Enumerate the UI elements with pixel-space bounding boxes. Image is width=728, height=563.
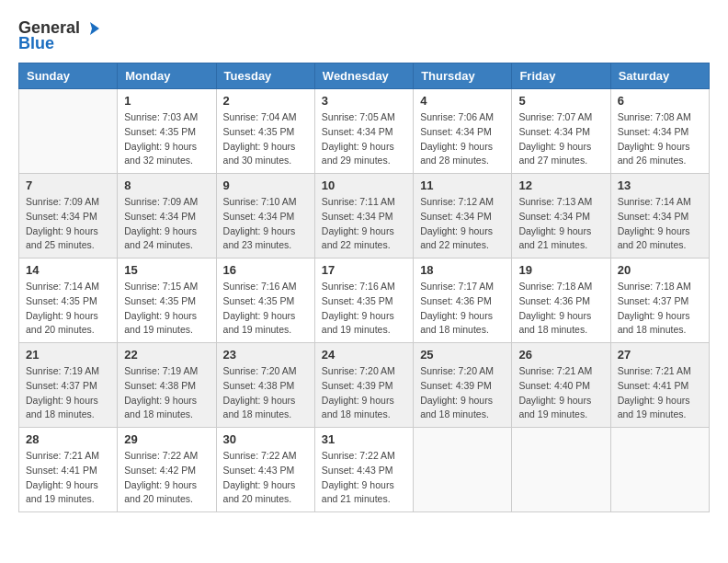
calendar-day-cell: 23Sunrise: 7:20 AM Sunset: 4:38 PM Dayli… xyxy=(216,343,314,428)
day-number: 13 xyxy=(618,178,702,192)
day-info: Sunrise: 7:16 AM Sunset: 4:35 PM Dayligh… xyxy=(322,280,406,338)
day-number: 27 xyxy=(618,348,702,362)
day-number: 28 xyxy=(26,432,110,446)
calendar-day-cell: 31Sunrise: 7:22 AM Sunset: 4:43 PM Dayli… xyxy=(314,428,413,512)
calendar-day-cell: 15Sunrise: 7:15 AM Sunset: 4:35 PM Dayli… xyxy=(118,259,216,343)
day-info: Sunrise: 7:08 AM Sunset: 4:34 PM Dayligh… xyxy=(618,110,702,168)
calendar-week-row: 1Sunrise: 7:03 AM Sunset: 4:35 PM Daylig… xyxy=(19,89,710,174)
day-number: 10 xyxy=(322,178,406,192)
calendar-day-cell: 6Sunrise: 7:08 AM Sunset: 4:34 PM Daylig… xyxy=(610,89,709,174)
calendar-day-cell: 20Sunrise: 7:18 AM Sunset: 4:37 PM Dayli… xyxy=(610,259,709,343)
calendar-header-thursday: Thursday xyxy=(414,63,512,89)
day-number: 29 xyxy=(124,432,209,446)
day-number: 31 xyxy=(322,432,406,446)
calendar-day-cell: 16Sunrise: 7:16 AM Sunset: 4:35 PM Dayli… xyxy=(216,259,314,343)
calendar-day-cell: 12Sunrise: 7:13 AM Sunset: 4:34 PM Dayli… xyxy=(512,174,610,259)
day-info: Sunrise: 7:21 AM Sunset: 4:41 PM Dayligh… xyxy=(26,449,110,507)
calendar-week-row: 28Sunrise: 7:21 AM Sunset: 4:41 PM Dayli… xyxy=(19,428,710,512)
calendar-day-cell xyxy=(414,428,512,512)
day-number: 7 xyxy=(26,178,110,192)
calendar-day-cell xyxy=(610,428,709,512)
calendar-day-cell: 29Sunrise: 7:22 AM Sunset: 4:42 PM Dayli… xyxy=(118,428,216,512)
calendar-day-cell: 3Sunrise: 7:05 AM Sunset: 4:34 PM Daylig… xyxy=(314,89,413,174)
day-info: Sunrise: 7:22 AM Sunset: 4:43 PM Dayligh… xyxy=(223,449,308,507)
day-info: Sunrise: 7:10 AM Sunset: 4:34 PM Dayligh… xyxy=(223,195,308,253)
calendar-day-cell: 24Sunrise: 7:20 AM Sunset: 4:39 PM Dayli… xyxy=(314,343,413,428)
logo: General Blue xyxy=(18,18,101,53)
calendar-day-cell: 18Sunrise: 7:17 AM Sunset: 4:36 PM Dayli… xyxy=(414,259,512,343)
logo-blue-text: Blue xyxy=(18,34,54,53)
calendar-day-cell: 22Sunrise: 7:19 AM Sunset: 4:38 PM Dayli… xyxy=(118,343,216,428)
day-info: Sunrise: 7:05 AM Sunset: 4:34 PM Dayligh… xyxy=(322,110,406,168)
calendar-table: SundayMondayTuesdayWednesdayThursdayFrid… xyxy=(18,63,710,512)
calendar-day-cell: 4Sunrise: 7:06 AM Sunset: 4:34 PM Daylig… xyxy=(414,89,512,174)
day-number: 1 xyxy=(124,94,209,108)
day-number: 24 xyxy=(322,348,406,362)
day-number: 30 xyxy=(223,432,308,446)
calendar-day-cell: 11Sunrise: 7:12 AM Sunset: 4:34 PM Dayli… xyxy=(414,174,512,259)
day-info: Sunrise: 7:19 AM Sunset: 4:37 PM Dayligh… xyxy=(26,364,110,422)
day-number: 15 xyxy=(124,263,209,277)
day-number: 18 xyxy=(420,263,505,277)
day-number: 20 xyxy=(618,263,702,277)
calendar-day-cell: 19Sunrise: 7:18 AM Sunset: 4:36 PM Dayli… xyxy=(512,259,610,343)
day-info: Sunrise: 7:17 AM Sunset: 4:36 PM Dayligh… xyxy=(420,280,505,338)
day-info: Sunrise: 7:09 AM Sunset: 4:34 PM Dayligh… xyxy=(124,195,209,253)
day-info: Sunrise: 7:20 AM Sunset: 4:39 PM Dayligh… xyxy=(322,364,406,422)
day-info: Sunrise: 7:04 AM Sunset: 4:35 PM Dayligh… xyxy=(223,110,308,168)
day-info: Sunrise: 7:21 AM Sunset: 4:40 PM Dayligh… xyxy=(518,364,603,422)
day-info: Sunrise: 7:07 AM Sunset: 4:34 PM Dayligh… xyxy=(518,110,603,168)
calendar-header-row: SundayMondayTuesdayWednesdayThursdayFrid… xyxy=(19,63,710,89)
day-number: 23 xyxy=(223,348,308,362)
day-number: 14 xyxy=(26,263,110,277)
calendar-header-monday: Monday xyxy=(118,63,216,89)
day-info: Sunrise: 7:18 AM Sunset: 4:36 PM Dayligh… xyxy=(518,280,603,338)
day-info: Sunrise: 7:09 AM Sunset: 4:34 PM Dayligh… xyxy=(26,195,110,253)
day-number: 17 xyxy=(322,263,406,277)
day-number: 2 xyxy=(223,94,308,108)
day-info: Sunrise: 7:14 AM Sunset: 4:35 PM Dayligh… xyxy=(26,280,110,338)
day-number: 22 xyxy=(124,348,209,362)
day-info: Sunrise: 7:20 AM Sunset: 4:39 PM Dayligh… xyxy=(420,364,505,422)
calendar-day-cell: 26Sunrise: 7:21 AM Sunset: 4:40 PM Dayli… xyxy=(512,343,610,428)
calendar-day-cell: 17Sunrise: 7:16 AM Sunset: 4:35 PM Dayli… xyxy=(314,259,413,343)
day-info: Sunrise: 7:21 AM Sunset: 4:41 PM Dayligh… xyxy=(618,364,702,422)
day-info: Sunrise: 7:12 AM Sunset: 4:34 PM Dayligh… xyxy=(420,195,505,253)
day-number: 4 xyxy=(420,94,505,108)
calendar-day-cell xyxy=(512,428,610,512)
day-info: Sunrise: 7:22 AM Sunset: 4:42 PM Dayligh… xyxy=(124,449,209,507)
calendar-header-sunday: Sunday xyxy=(19,63,118,89)
calendar-day-cell xyxy=(19,89,118,174)
calendar-day-cell: 5Sunrise: 7:07 AM Sunset: 4:34 PM Daylig… xyxy=(512,89,610,174)
logo-bird-icon xyxy=(81,20,101,37)
day-info: Sunrise: 7:20 AM Sunset: 4:38 PM Dayligh… xyxy=(223,364,308,422)
calendar-day-cell: 8Sunrise: 7:09 AM Sunset: 4:34 PM Daylig… xyxy=(118,174,216,259)
calendar-day-cell: 13Sunrise: 7:14 AM Sunset: 4:34 PM Dayli… xyxy=(610,174,709,259)
calendar-week-row: 7Sunrise: 7:09 AM Sunset: 4:34 PM Daylig… xyxy=(19,174,710,259)
day-info: Sunrise: 7:14 AM Sunset: 4:34 PM Dayligh… xyxy=(618,195,702,253)
svg-marker-0 xyxy=(90,22,99,35)
day-number: 3 xyxy=(322,94,406,108)
day-info: Sunrise: 7:18 AM Sunset: 4:37 PM Dayligh… xyxy=(618,280,702,338)
day-number: 12 xyxy=(518,178,603,192)
day-info: Sunrise: 7:15 AM Sunset: 4:35 PM Dayligh… xyxy=(124,280,209,338)
calendar-day-cell: 14Sunrise: 7:14 AM Sunset: 4:35 PM Dayli… xyxy=(19,259,118,343)
calendar-day-cell: 27Sunrise: 7:21 AM Sunset: 4:41 PM Dayli… xyxy=(610,343,709,428)
calendar-week-row: 14Sunrise: 7:14 AM Sunset: 4:35 PM Dayli… xyxy=(19,259,710,343)
day-info: Sunrise: 7:11 AM Sunset: 4:34 PM Dayligh… xyxy=(322,195,406,253)
day-number: 26 xyxy=(518,348,603,362)
calendar-day-cell: 7Sunrise: 7:09 AM Sunset: 4:34 PM Daylig… xyxy=(19,174,118,259)
calendar-day-cell: 30Sunrise: 7:22 AM Sunset: 4:43 PM Dayli… xyxy=(216,428,314,512)
calendar-day-cell: 9Sunrise: 7:10 AM Sunset: 4:34 PM Daylig… xyxy=(216,174,314,259)
day-number: 16 xyxy=(223,263,308,277)
day-info: Sunrise: 7:22 AM Sunset: 4:43 PM Dayligh… xyxy=(322,449,406,507)
calendar-day-cell: 25Sunrise: 7:20 AM Sunset: 4:39 PM Dayli… xyxy=(414,343,512,428)
day-info: Sunrise: 7:03 AM Sunset: 4:35 PM Dayligh… xyxy=(124,110,209,168)
day-info: Sunrise: 7:06 AM Sunset: 4:34 PM Dayligh… xyxy=(420,110,505,168)
day-number: 9 xyxy=(223,178,308,192)
calendar-day-cell: 2Sunrise: 7:04 AM Sunset: 4:35 PM Daylig… xyxy=(216,89,314,174)
day-number: 19 xyxy=(518,263,603,277)
day-number: 5 xyxy=(518,94,603,108)
calendar-header-friday: Friday xyxy=(512,63,610,89)
day-info: Sunrise: 7:16 AM Sunset: 4:35 PM Dayligh… xyxy=(223,280,308,338)
